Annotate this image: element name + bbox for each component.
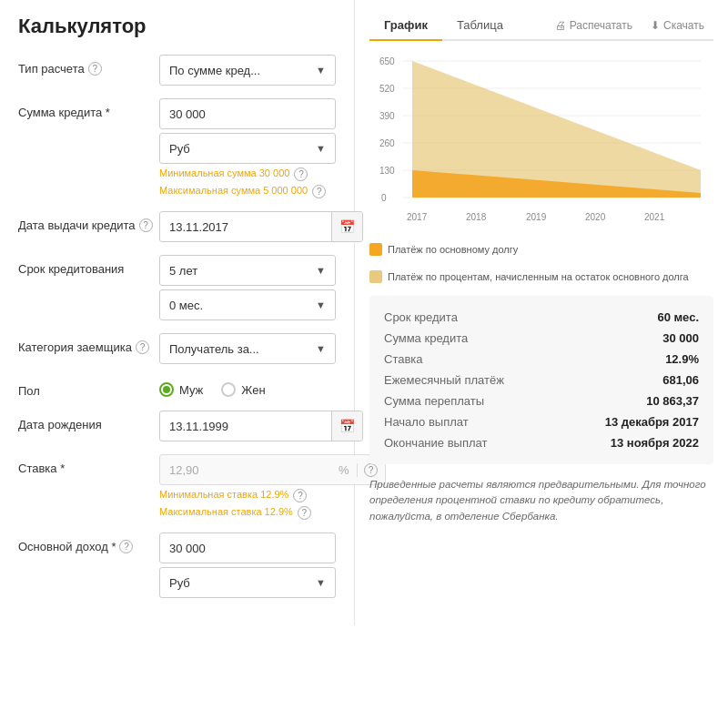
summary-row-rate: Ставка 12.9%	[384, 349, 699, 370]
print-action[interactable]: 🖨 Распечатать	[546, 12, 642, 39]
rate-label: Ставка *	[18, 454, 159, 475]
issue-date-label: Дата выдачи кредита ?	[18, 211, 159, 232]
printer-icon: 🖨	[555, 19, 566, 32]
issue-date-input[interactable]	[160, 220, 331, 234]
principal-swatch	[369, 243, 382, 256]
rate-max-help-icon[interactable]: ?	[298, 506, 311, 520]
gender-female-option[interactable]: Жен	[221, 382, 265, 397]
loan-min-hint: Минимальная сумма 30 000 ?	[159, 167, 336, 181]
rate-input-wrap: % ?	[159, 454, 386, 485]
calculator-form: Калькулятор Тип расчета ? По сумме кред.…	[0, 0, 355, 625]
tab-graph[interactable]: График	[369, 11, 442, 41]
income-input-wrap	[159, 532, 336, 563]
gender-female-radio[interactable]	[221, 382, 236, 397]
chevron-down-icon: ▼	[316, 343, 326, 354]
gender-male-radio[interactable]	[159, 382, 174, 397]
category-control: Получатель за... ▼	[159, 333, 336, 364]
income-control: Руб ▼	[159, 532, 336, 598]
issue-date-help-icon[interactable]: ?	[139, 218, 153, 232]
svg-text:650: 650	[379, 56, 395, 66]
term-months-select[interactable]: 0 мес. ▼	[159, 289, 336, 320]
income-currency-select[interactable]: Руб ▼	[159, 567, 336, 598]
birthdate-label: Дата рождения	[18, 411, 159, 431]
loan-amount-row: Сумма кредита * Руб ▼ Минимальная сумма …	[18, 98, 336, 198]
gender-control: Муж Жен	[159, 377, 336, 397]
svg-text:2017: 2017	[407, 212, 428, 222]
download-action[interactable]: ⬇ Скачать	[642, 12, 713, 39]
svg-text:130: 130	[379, 166, 395, 176]
loan-max-hint: Максимальная сумма 5 000 000 ?	[159, 185, 336, 198]
tab-table[interactable]: Таблица	[442, 11, 518, 41]
term-row: Срок кредитования 5 лет ▼ 0 мес. ▼	[18, 255, 336, 320]
svg-text:2021: 2021	[644, 212, 665, 222]
chart-container: 650 520 390 260 130 0 2017 2018 2019 202…	[369, 52, 713, 234]
rate-control: % ? Минимальная ставка 12.9% ? Максималь…	[159, 454, 386, 520]
issue-date-control: 📅	[159, 211, 363, 242]
disclaimer: Приведенные расчеты являются предварител…	[369, 477, 713, 524]
chevron-down-icon: ▼	[316, 265, 326, 276]
category-help-icon[interactable]: ?	[136, 340, 149, 354]
svg-text:2020: 2020	[585, 212, 606, 222]
chevron-down-icon: ▼	[316, 577, 326, 588]
term-label: Срок кредитования	[18, 255, 159, 276]
percent-label: %	[331, 463, 358, 477]
birthdate-control: 📅	[159, 411, 363, 441]
loan-amount-control: Руб ▼ Минимальная сумма 30 000 ? Максима…	[159, 98, 336, 198]
summary-row-end: Окончание выплат 13 ноября 2022	[384, 432, 699, 453]
legend-interest: Платёж по процентам, начисленным на оста…	[369, 270, 689, 283]
chevron-down-icon: ▼	[316, 299, 326, 310]
svg-text:520: 520	[379, 84, 395, 94]
income-input[interactable]	[160, 542, 335, 555]
category-select[interactable]: Получатель за... ▼	[159, 333, 336, 364]
rate-min-hint: Минимальная ставка 12.9% ?	[159, 489, 386, 502]
min-hint-help-icon[interactable]: ?	[294, 167, 308, 181]
income-help-icon[interactable]: ?	[119, 540, 133, 553]
page-title: Калькулятор	[18, 15, 336, 38]
summary-row-overpay: Сумма переплаты 10 863,37	[384, 390, 699, 411]
max-hint-help-icon[interactable]: ?	[312, 185, 326, 198]
calc-type-label: Тип расчета ?	[18, 55, 159, 76]
summary-row-term: Срок кредита 60 мес.	[384, 307, 699, 328]
calc-type-row: Тип расчета ? По сумме кред... ▼	[18, 55, 336, 86]
svg-text:2019: 2019	[526, 212, 547, 222]
calc-type-select[interactable]: По сумме кред... ▼	[159, 55, 336, 86]
download-icon: ⬇	[651, 19, 660, 32]
chevron-down-icon: ▼	[316, 143, 326, 154]
summary-row-amount: Сумма кредита 30 000	[384, 328, 699, 349]
issue-date-input-wrap: 📅	[159, 211, 363, 242]
svg-text:0: 0	[381, 193, 387, 203]
summary-row-monthly: Ежемесячный платёж 681,06	[384, 370, 699, 390]
loan-amount-input[interactable]	[160, 107, 335, 121]
term-control: 5 лет ▼ 0 мес. ▼	[159, 255, 336, 320]
loan-chart: 650 520 390 260 130 0 2017 2018 2019 202…	[369, 52, 713, 234]
income-row: Основной доход * ? Руб ▼	[18, 532, 336, 598]
gender-label: Пол	[18, 377, 159, 398]
gender-row: Пол Муж Жен	[18, 377, 336, 398]
term-years-select[interactable]: 5 лет ▼	[159, 255, 336, 286]
calc-type-help-icon[interactable]: ?	[88, 62, 102, 76]
chart-legend: Платёж по основному долгу Платёж по проц…	[369, 243, 713, 283]
income-label: Основной доход * ?	[18, 532, 159, 553]
birthdate-row: Дата рождения 📅	[18, 411, 336, 441]
tabs-row: График Таблица 🖨 Распечатать ⬇ Скачать	[369, 11, 713, 41]
svg-text:260: 260	[379, 138, 395, 148]
rate-row: Ставка * % ? Минимальная ставка 12.9% ? …	[18, 454, 336, 520]
summary-table: Срок кредита 60 мес. Сумма кредита 30 00…	[369, 296, 713, 464]
loan-amount-label: Сумма кредита *	[18, 98, 159, 119]
birthdate-input-wrap: 📅	[159, 411, 363, 441]
issue-date-row: Дата выдачи кредита ? 📅	[18, 211, 336, 242]
rate-max-hint: Максимальная ставка 12.9% ?	[159, 506, 386, 520]
category-label: Категория заемщика ?	[18, 333, 159, 354]
svg-text:390: 390	[379, 111, 395, 121]
birthdate-input[interactable]	[160, 420, 331, 433]
results-panel: График Таблица 🖨 Распечатать ⬇ Скачать 6…	[355, 0, 728, 625]
loan-amount-input-wrap	[159, 98, 336, 129]
svg-text:2018: 2018	[466, 212, 487, 222]
gender-male-option[interactable]: Муж	[159, 382, 203, 397]
loan-currency-select[interactable]: Руб ▼	[159, 133, 336, 164]
rate-min-help-icon[interactable]: ?	[293, 489, 307, 502]
interest-swatch	[369, 270, 382, 283]
legend-principal: Платёж по основному долгу	[369, 243, 518, 256]
gender-radio-group: Муж Жен	[159, 377, 336, 397]
rate-input[interactable]	[160, 463, 331, 477]
